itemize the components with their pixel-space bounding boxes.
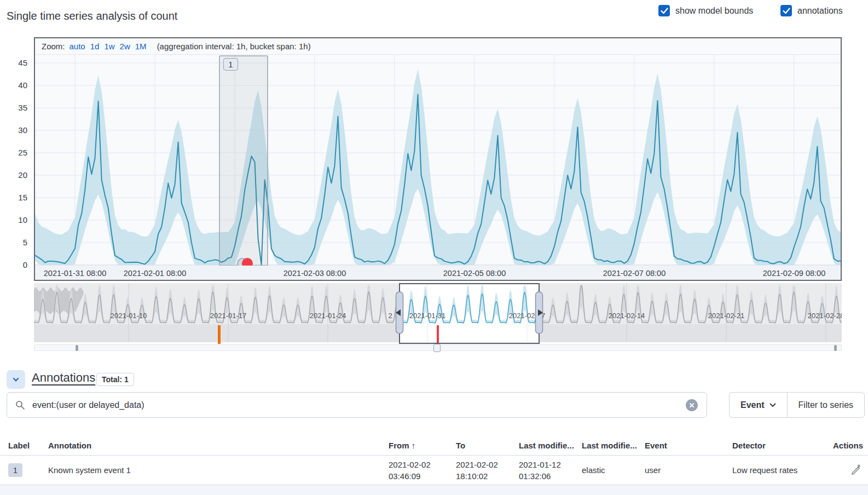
y-tick-30: 30 (3, 125, 27, 135)
annotation-band[interactable] (219, 56, 268, 266)
zoom-link-1M[interactable]: 1M (135, 42, 147, 51)
x-tick: 2021-02-03 08:00 (283, 269, 346, 278)
zoom-label: Zoom: (42, 42, 65, 51)
col-header-to[interactable]: To (456, 441, 519, 450)
col-header-detector[interactable]: Detector (732, 441, 824, 450)
y-tick-25: 25 (3, 148, 27, 157)
collapse-annotations-button[interactable] (7, 370, 25, 389)
edit-pencil-icon[interactable] (850, 464, 861, 475)
slider-left-pill[interactable] (76, 345, 78, 351)
cell-detector: Low request rates (732, 465, 824, 475)
zoom-controls: Zoom: auto1d1w2w1M (aggregation interval… (35, 38, 841, 55)
col-header-annotation[interactable]: Annotation (48, 441, 389, 450)
col-header-label: Label (8, 441, 48, 450)
context-annotation-tick[interactable] (437, 325, 439, 344)
context-chart-svg: 2021-01-102021-01-172021-01-242021-01-31… (34, 283, 842, 344)
zoom-link-2w[interactable]: 2w (120, 42, 130, 51)
cell-event: user (645, 465, 732, 475)
y-tick-5: 5 (3, 238, 27, 247)
zoom-link-1d[interactable]: 1d (90, 42, 100, 51)
cell-from: 2021-02-0203:46:09 (389, 459, 456, 482)
col-header-last-modifie-[interactable]: Last modifie... (582, 441, 645, 450)
table-footer-strip (0, 485, 868, 495)
aggregation-note: (aggregation interval: 1h, bucket span: … (157, 42, 311, 51)
chevron-down-icon (11, 375, 21, 384)
search-input[interactable] (32, 393, 678, 417)
y-tick-45: 45 (3, 58, 27, 67)
slider-drag-handle[interactable] (433, 344, 441, 352)
check-icon (783, 8, 790, 14)
check-icon (661, 8, 668, 14)
brush-handle-left[interactable] (396, 292, 403, 333)
annotations-heading-link[interactable]: Annotations (32, 371, 95, 385)
show-model-bounds-label: show model bounds (675, 6, 753, 16)
svg-text:2021-02-14: 2021-02-14 (609, 312, 645, 320)
annotations-table-header: LabelAnnotationFrom ↑ToLast modifie...La… (0, 436, 868, 456)
x-tick: 2021-02-05 08:00 (443, 269, 506, 278)
cell-label: 1 (8, 463, 48, 477)
filter-to-series-button[interactable]: Filter to series (788, 393, 864, 417)
brush-handle-right[interactable] (536, 292, 543, 333)
y-tick-15: 15 (3, 193, 27, 202)
checkbox-show-model-bounds: show model bounds (658, 5, 753, 16)
clear-search-button[interactable]: ✕ (686, 399, 698, 411)
cell-to: 2021-02-0218:10:02 (456, 459, 519, 482)
annotations-table-row[interactable]: 1Known system event 12021-02-0203:46:092… (0, 456, 868, 485)
cell-last-modified-date: 2021-01-1201:32:06 (519, 459, 582, 482)
col-header-from[interactable]: From ↑ (389, 441, 456, 450)
col-header-actions: Actions (824, 441, 868, 450)
y-tick-35: 35 (3, 103, 27, 112)
filter-button-group: Event Filter to series (729, 392, 865, 418)
zoom-links: auto1d1w2w1M (70, 42, 152, 51)
event-dropdown-button[interactable]: Event (730, 393, 787, 417)
x-tick: 2021-02-09 08:00 (763, 269, 826, 278)
cell-last-modified-by: elastic (582, 465, 645, 475)
annotations-checkbox-label: annotations (797, 6, 843, 16)
y-tick-0: 0 (3, 260, 27, 269)
show-model-bounds-checkbox[interactable] (658, 5, 670, 16)
y-tick-40: 40 (3, 80, 27, 90)
slider-right-pill[interactable] (834, 345, 837, 351)
cell-actions[interactable] (824, 464, 868, 476)
zoom-link-1w[interactable]: 1w (104, 42, 114, 51)
row-label-badge: 1 (8, 463, 22, 477)
x-tick: 2021-01-31 08:00 (44, 269, 107, 278)
annotation-badge-1[interactable]: 1 (223, 58, 238, 71)
x-tick: 2021-02-07 08:00 (603, 269, 666, 278)
checkbox-annotations: annotations (780, 5, 843, 16)
annotations-checkbox[interactable] (780, 5, 792, 16)
y-tick-20: 20 (3, 170, 27, 180)
annotations-search: ✕ (7, 392, 707, 418)
y-tick-10: 10 (3, 215, 27, 225)
search-icon (15, 400, 26, 411)
svg-text:2021-01-31: 2021-01-31 (409, 312, 446, 320)
svg-text:2021-01-24: 2021-01-24 (310, 312, 346, 320)
cell-annotation: Known system event 1 (48, 465, 389, 475)
col-header-last-modifie-[interactable]: Last modifie... (519, 441, 582, 450)
x-tick: 2021-02-01 08:00 (124, 269, 187, 278)
page-title: Single time series analysis of count (7, 10, 177, 22)
context-annotation-tick[interactable] (218, 325, 221, 344)
chevron-down-icon (769, 403, 776, 407)
svg-text:2021-01-10: 2021-01-10 (111, 312, 147, 320)
svg-text:2021-02-21: 2021-02-21 (708, 312, 745, 320)
focus-chart-plot (35, 55, 841, 266)
context-chart: 2021-01-102021-01-172021-01-242021-01-31… (34, 283, 842, 344)
zoom-link-auto[interactable]: auto (70, 42, 85, 51)
single-metric-viewer: { "accent": "#0f62c6", "header": { "titl… (0, 0, 868, 495)
total-badge: Total: 1 (96, 373, 134, 386)
svg-text:2021-02-28: 2021-02-28 (808, 312, 842, 320)
focus-chart-svg (35, 55, 841, 266)
col-header-event[interactable]: Event (645, 441, 732, 450)
svg-text:2021-01-17: 2021-01-17 (210, 312, 247, 320)
svg-text:2: 2 (388, 312, 392, 320)
